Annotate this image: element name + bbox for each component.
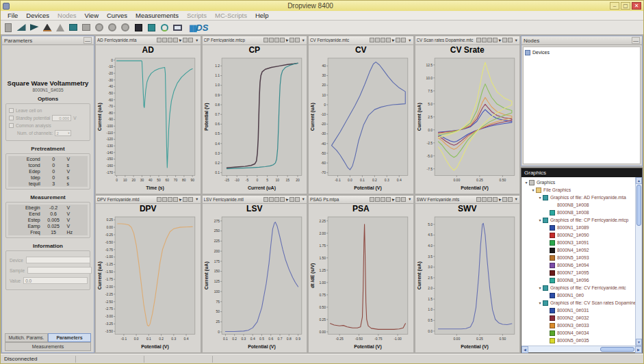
run-measurement-icon[interactable] — [68, 22, 79, 33]
menu-file[interactable]: File — [3, 12, 22, 19]
graphics-tree-item[interactable]: 8000N4_1#092 — [521, 246, 635, 254]
plot-option-icon[interactable] — [183, 197, 188, 202]
minimize-button[interactable]: – — [610, 2, 619, 10]
plot-menu-dropdown[interactable]: ▼ — [513, 38, 518, 42]
plot-menu-dropdown[interactable]: ▼ — [513, 197, 518, 201]
leave-cell-on-checkbox[interactable] — [9, 108, 14, 113]
plot-option-icon[interactable] — [487, 38, 492, 42]
param-value[interactable]: 0 — [42, 156, 66, 162]
tab-parameters[interactable]: Parameters — [48, 333, 91, 342]
graphics-tree-item[interactable]: 8000N8_1#096 — [521, 276, 635, 284]
param-value[interactable]: 3 — [42, 181, 66, 187]
plot-option-icon[interactable] — [375, 38, 380, 42]
pause-icon[interactable] — [107, 22, 118, 33]
plot-option-icon[interactable] — [370, 197, 374, 202]
plot-option-icon[interactable] — [263, 197, 268, 202]
standby-potential-checkbox[interactable] — [9, 116, 14, 120]
plot-option-icon[interactable] — [263, 38, 268, 42]
graphics-tree-item[interactable]: 8000N3_0#033 — [521, 322, 635, 329]
expander-icon[interactable]: ▾ — [537, 218, 543, 222]
plot-option-icon[interactable] — [274, 197, 279, 202]
graphics-tree-item[interactable]: 8000N1_0#031 — [521, 307, 635, 314]
plot-option-icon[interactable] — [162, 38, 167, 42]
plot-menu-dropdown[interactable]: ▼ — [194, 197, 198, 201]
stop-icon[interactable] — [120, 22, 131, 33]
graphics-tree-item[interactable]: 8000N5_0#035 — [521, 337, 635, 344]
graphics-tree-item[interactable]: 8000N1_1#089 — [521, 224, 635, 231]
graphics-tree-item[interactable]: 8000N1_0#0 — [521, 291, 635, 299]
plot-option-icon[interactable] — [183, 38, 188, 42]
menu-curves[interactable]: Curves — [103, 12, 131, 19]
nodes-item-devices[interactable]: Devices — [525, 49, 639, 56]
menu-devices[interactable]: Devices — [22, 12, 53, 19]
plot-option-icon[interactable] — [188, 197, 193, 202]
param-value[interactable]: 0.005 — [42, 217, 66, 223]
plot-canvas-dpv[interactable]: 0.250.00-0.25-0.50-0.75-1.00-1.25-1.50-1… — [96, 214, 199, 352]
new-file-icon[interactable] — [3, 22, 14, 33]
plot-option-icon[interactable] — [476, 38, 481, 42]
scroll-down-icon[interactable]: ▼ — [636, 339, 642, 346]
plot-option-icon[interactable] — [375, 197, 380, 202]
menu-help[interactable]: Help — [251, 12, 273, 19]
plot-menu-dropdown[interactable]: ▼ — [194, 38, 198, 42]
plot-option-icon[interactable] — [482, 38, 487, 42]
plot-menu-dropdown[interactable]: ▼ — [407, 197, 411, 201]
plot-canvas-cvsrate[interactable]: 12.510.07.55.02.50.0-2.5-5.0-7.50.000.25… — [416, 55, 519, 194]
plot-option-icon[interactable] — [295, 197, 300, 202]
disconnect-device-icon[interactable] — [29, 22, 40, 33]
param-value[interactable]: 15 — [42, 229, 66, 235]
plot-option-icon[interactable] — [157, 197, 162, 202]
multichannel-device-icon[interactable] — [42, 22, 53, 33]
plot-option-icon[interactable] — [487, 197, 492, 202]
connect-device-icon[interactable] — [16, 22, 27, 33]
plot-option-icon[interactable] — [401, 38, 406, 42]
plot-option-icon[interactable] — [370, 38, 374, 42]
script-icon[interactable] — [159, 22, 170, 33]
plot-option-icon[interactable] — [401, 197, 406, 202]
param-value[interactable]: 0.6 — [42, 211, 66, 217]
plot-canvas-lsv[interactable]: 02550751001251501752002252502750.10.20.3… — [203, 214, 306, 352]
device-field[interactable] — [26, 257, 90, 263]
graphics-tree-item[interactable]: 8000N4_0#034 — [521, 329, 635, 337]
abort-measurement-icon[interactable] — [81, 22, 92, 33]
graphics-tree-item[interactable]: ▾Graphics — [521, 179, 635, 186]
plot-canvas-cv[interactable]: 403020100-10-20-30-40-50-60-70-0.10.00.1… — [309, 55, 412, 194]
scrollbar-thumb[interactable] — [600, 347, 634, 352]
graphics-tree-item[interactable]: 8000N7_1#095 — [521, 269, 635, 276]
monitor-icon[interactable] — [172, 22, 183, 33]
plot-option-icon[interactable] — [381, 197, 385, 202]
sample-field[interactable] — [27, 267, 92, 274]
plot-option-icon[interactable] — [482, 197, 487, 202]
graphics-tree-item[interactable]: ▾File Graphics — [521, 186, 635, 194]
scroll-up-icon[interactable]: ▲ — [636, 177, 642, 184]
plot-option-icon[interactable] — [289, 197, 294, 202]
num-channels-select[interactable]: 2 ▼ — [55, 130, 71, 136]
standby-potential-input[interactable] — [52, 115, 71, 121]
collapse-parameters-button[interactable]: — — [83, 37, 92, 44]
expander-icon[interactable]: ▾ — [537, 285, 543, 290]
plot-option-icon[interactable] — [274, 38, 279, 42]
plot-option-icon[interactable] — [502, 38, 507, 42]
plot-option-icon[interactable] — [269, 197, 274, 202]
plot-option-icon[interactable] — [162, 197, 167, 202]
graphics-tree-item[interactable]: ▾Graphics of file: AD Ferricyanide.mta — [521, 194, 635, 201]
plot-canvas-swv[interactable]: 5.04.54.03.53.02.52.01.51.00.50.00.000.2… — [416, 214, 519, 352]
tab-measurements[interactable]: Measurements — [5, 342, 91, 351]
plot-menu-dropdown[interactable]: ▼ — [300, 38, 305, 42]
plot-option-icon[interactable] — [269, 38, 274, 42]
plot-canvas-ad[interactable]: 0-10-20-30-40-50-60-70-80-90-100-110-120… — [96, 55, 199, 194]
param-value[interactable]: 0 — [42, 168, 66, 174]
expander-icon[interactable]: ▾ — [537, 300, 543, 305]
param-value[interactable]: 0 — [42, 162, 66, 168]
plot-option-icon[interactable] — [476, 197, 481, 202]
close-button[interactable]: ✕ — [632, 2, 641, 10]
scrollbar-thumb[interactable] — [636, 185, 641, 226]
graphics-tree-item[interactable]: 8000N6_1#094 — [521, 261, 635, 269]
graphics-tree-item[interactable]: 8000N5_1#093 — [521, 254, 635, 261]
plot-canvas-psa[interactable]: 2.252.001.751.501.251.000.750.500.250.00… — [309, 214, 412, 352]
graphics-tree-item[interactable]: 8000N2_0#032 — [521, 314, 635, 322]
graphics-tree-item[interactable]: 8000N8_1#008 — [521, 209, 635, 216]
graphics-tree-item[interactable]: ▾Graphics of file: CP Ferricyanide.mtcp — [521, 216, 635, 224]
plot-option-icon[interactable] — [396, 197, 400, 202]
record-icon[interactable] — [94, 22, 105, 33]
